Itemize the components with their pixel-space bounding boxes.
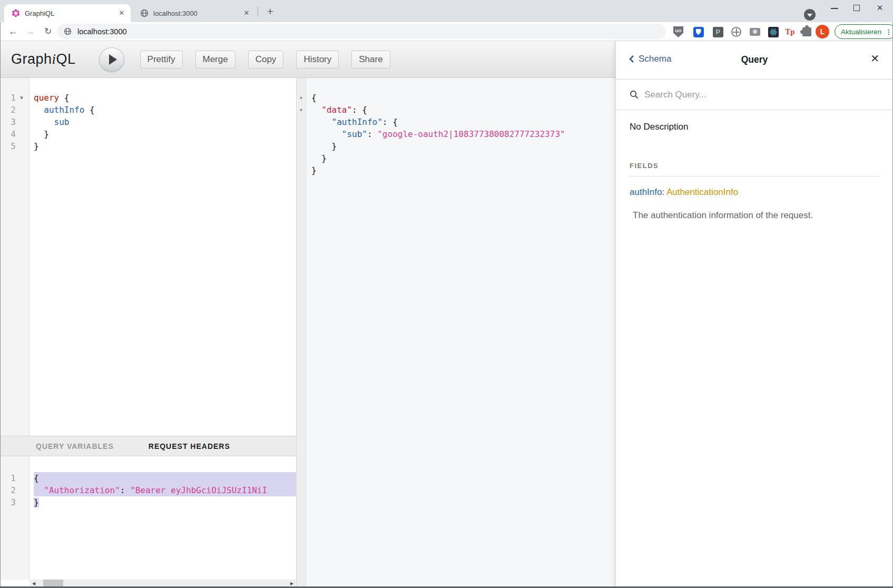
query-editor-code[interactable]: query { authInfo { sub }} [30,78,296,436]
puzzle-icon [802,27,811,36]
secondary-editor-tabs: QUERY VARIABLES REQUEST HEADERS [0,436,296,456]
fold-arrow-icon[interactable] [16,496,27,508]
code-line[interactable]: "authInfo": { [311,116,615,128]
graphiql-toolbar-buttons: Prettify Merge Copy History Share [140,51,390,68]
request-headers-editor[interactable]: 123 { "Authorization": "Bearer eyJhbGciO… [0,456,296,580]
field-name-link[interactable]: authInfo [630,187,662,197]
fold-arrow-icon[interactable] [16,104,27,116]
fold-arrow-icon[interactable] [297,140,306,152]
line-number: 1 [0,472,16,484]
code-line[interactable]: } [34,140,296,152]
kebab-menu-icon[interactable]: ⋮ [885,28,892,36]
crosshair-extension-icon[interactable] [731,26,742,37]
headers-editor-code[interactable]: { "Authorization": "Bearer eyJhbGciOiJSU… [30,456,296,580]
fold-arrow-icon[interactable] [297,128,306,140]
fold-arrow-icon[interactable] [297,152,306,164]
code-line[interactable]: "sub": "google-oauth2|108377380082777232… [311,128,615,140]
fold-arrow-icon[interactable] [16,140,27,152]
fold-arrow-icon[interactable]: ▾ [297,92,306,104]
code-line[interactable]: query { [34,92,296,104]
forward-button[interactable]: → [23,25,37,38]
update-button-label: Aktualisieren [841,28,881,36]
tab-close-icon[interactable]: ✕ [117,8,126,18]
shield-icon: UO [673,26,683,37]
p-letter-icon: P [713,27,723,37]
headers-editor-gutter: 123 [0,456,30,580]
camera-icon [750,28,760,36]
fold-arrow-icon[interactable] [16,128,27,140]
code-line[interactable]: } [311,152,615,164]
new-tab-button[interactable]: + [263,5,277,18]
merge-button[interactable]: Merge [195,51,235,68]
tab-request-headers[interactable]: REQUEST HEADERS [149,442,230,450]
code-line[interactable]: "data": { [311,104,615,116]
code-line[interactable]: } [34,128,296,140]
line-number: 2 [0,484,16,496]
fields-heading: FIELDS [630,162,879,170]
pcloud-extension-icon[interactable]: P [712,26,723,37]
code-line[interactable]: } [311,164,615,177]
query-editor-gutter: 1▾2345 [0,78,30,436]
window-close-button[interactable]: ✕ [870,0,889,16]
tab-query-variables[interactable]: QUERY VARIABLES [36,442,114,450]
share-button[interactable]: Share [351,51,390,68]
line-number: 3 [0,116,16,128]
chrome-update-icon[interactable] [804,9,816,21]
play-icon [109,54,117,65]
execute-query-button[interactable] [99,47,124,72]
react-devtools-extension-icon[interactable] [768,26,779,37]
history-button[interactable]: History [296,51,339,68]
tab-graphiql[interactable]: GraphiQL ✕ [4,4,131,22]
result-fold-gutter: ▾▾ [297,78,306,588]
field-description: The authentication information of the re… [633,210,879,221]
tab-close-icon[interactable]: ✕ [242,8,251,18]
tp-extension-icon[interactable]: Tp [784,26,796,37]
no-description-text: No Description [630,122,879,132]
fold-arrow-icon[interactable] [297,164,306,177]
doc-search-field[interactable]: Search Query... [616,80,893,110]
browser-update-button[interactable]: Aktualisieren ⋮ [835,24,893,39]
code-line[interactable]: { [34,472,296,484]
bitwarden-extension-icon[interactable] [693,26,704,37]
address-url[interactable]: localhost:3000 [77,27,127,36]
code-line[interactable]: authInfo { [34,104,296,116]
tab-strip: GraphiQL ✕ localhost:3000 ✕ + ✕ [0,0,893,22]
code-line[interactable]: } [34,496,296,508]
code-line[interactable]: { [311,92,615,104]
code-line[interactable]: "Authorization": "Bearer eyJhbGciOiJSUzI… [34,484,296,496]
extensions-puzzle-icon[interactable] [801,26,812,37]
browser-toolbar: ← → ↻ localhost:3000 UO P Tp L Aktualisi… [0,22,893,41]
minimize-button[interactable] [825,0,844,16]
ublock-extension-icon[interactable]: UO [673,26,684,37]
doc-body: No Description FIELDS authInfo: Authenti… [616,110,893,221]
maximize-icon [853,5,860,11]
address-bar[interactable]: localhost:3000 [57,24,666,39]
fold-arrow-icon[interactable] [297,116,306,128]
profile-avatar[interactable]: L [816,25,829,38]
fold-arrow-icon[interactable] [16,484,27,496]
fold-arrow-icon[interactable] [16,116,27,128]
field-type-link[interactable]: AuthenticationInfo [666,187,738,197]
tab-localhost[interactable]: localhost:3000 ✕ [133,4,256,22]
globe-icon [140,9,149,17]
tab-title: GraphiQL [25,9,117,17]
fold-arrow-icon[interactable]: ▾ [16,92,27,104]
copy-button[interactable]: Copy [248,51,284,68]
doc-close-icon[interactable]: ✕ [870,52,879,65]
graphiql-topbar: GraphiQL Prettify Merge Copy History Sha… [0,41,615,78]
site-globe-icon[interactable] [64,27,72,35]
reload-button[interactable]: ↻ [41,25,55,38]
camera-extension-icon[interactable] [749,26,760,37]
prettify-button[interactable]: Prettify [140,51,183,68]
line-number: 2 [0,104,16,116]
back-button[interactable]: ← [6,25,20,38]
code-line[interactable]: } [311,140,615,152]
react-atom-icon [768,27,779,37]
graphiql-logo: GraphiQL [11,51,76,67]
query-editor[interactable]: 1▾2345 query { authInfo { sub }} [0,78,296,436]
fold-arrow-icon[interactable] [16,472,27,484]
field-row-authinfo: authInfo: AuthenticationInfo [630,187,879,198]
code-line[interactable]: sub [34,116,296,128]
fold-arrow-icon[interactable]: ▾ [297,104,306,116]
maximize-button[interactable] [847,0,866,16]
